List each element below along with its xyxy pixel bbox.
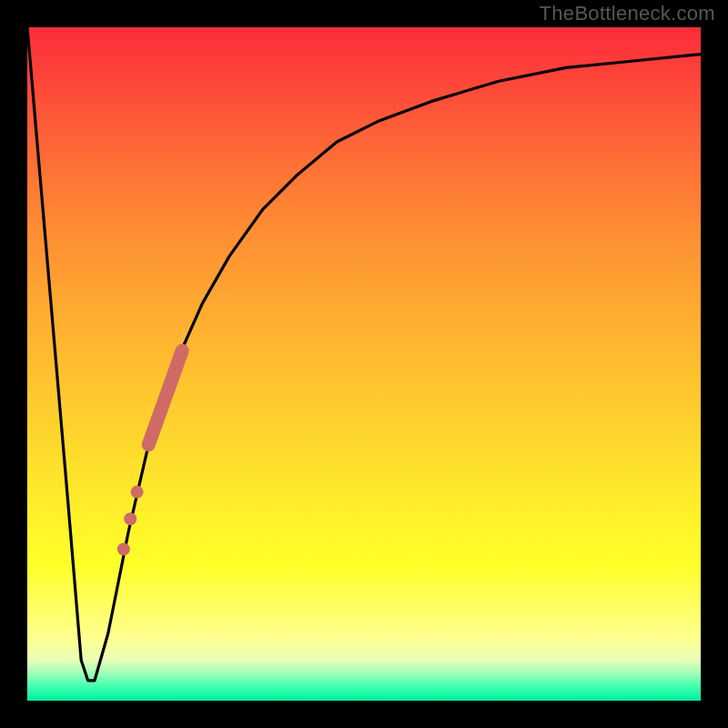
bottleneck-curve-path bbox=[27, 27, 701, 681]
highlight-dot bbox=[124, 512, 136, 525]
highlight-dot bbox=[131, 486, 144, 499]
chart-frame: TheBottleneck.com bbox=[0, 0, 728, 728]
plot-area bbox=[27, 27, 701, 701]
highlight-segment bbox=[148, 350, 182, 445]
highlight-dot bbox=[117, 543, 130, 556]
watermark-text: TheBottleneck.com bbox=[540, 2, 715, 25]
curve-svg bbox=[27, 27, 701, 701]
highlight-markers bbox=[117, 350, 182, 555]
